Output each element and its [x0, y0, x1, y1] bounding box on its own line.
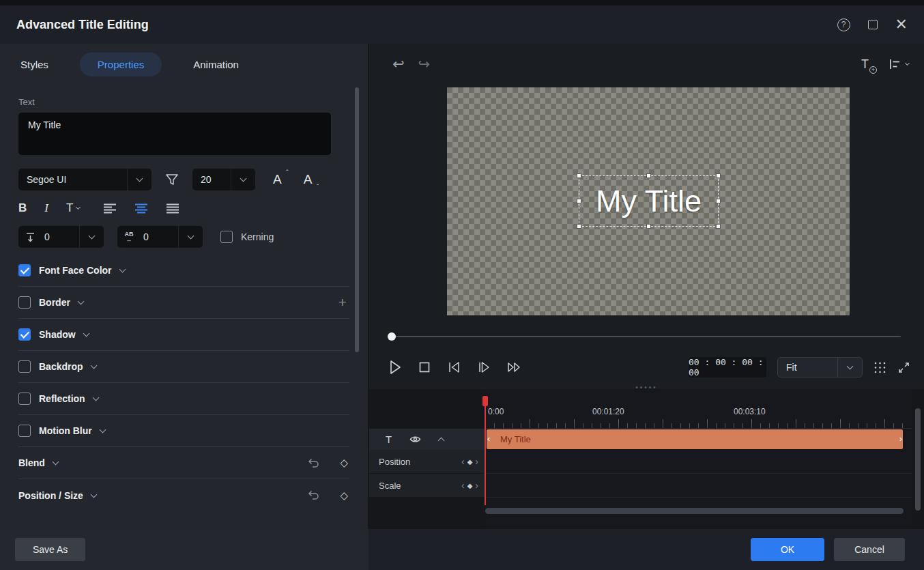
shadow-checkbox[interactable]: [18, 328, 31, 341]
line-spacing-dropdown-button[interactable]: [79, 226, 104, 248]
font-face-color-checkbox[interactable]: [18, 264, 31, 276]
next-keyframe-button[interactable]: ›: [475, 482, 478, 489]
align-left-button[interactable]: [103, 203, 117, 214]
titlebar-controls: ? ✕: [837, 18, 908, 31]
resize-handle[interactable]: [577, 199, 581, 203]
border-checkbox[interactable]: [18, 296, 31, 309]
ok-button[interactable]: OK: [751, 538, 824, 561]
font-family-select[interactable]: Segoe UI: [18, 169, 151, 190]
resize-handle[interactable]: [646, 173, 651, 178]
maximize-icon[interactable]: [868, 20, 878, 29]
tab-animation[interactable]: Animation: [193, 59, 239, 70]
track-text-icon[interactable]: T: [386, 433, 392, 445]
seek-track[interactable]: [388, 336, 901, 337]
add-keyframe-button[interactable]: ◆: [467, 482, 473, 489]
resize-handle[interactable]: [577, 224, 581, 229]
chevron-down-icon[interactable]: [92, 395, 99, 401]
keyframe-icon[interactable]: ◇: [340, 489, 348, 502]
italic-button[interactable]: I: [44, 201, 48, 215]
increase-font-size-button[interactable]: Aˆ: [273, 172, 287, 187]
line-spacing-input[interactable]: 0: [18, 226, 104, 248]
playhead[interactable]: [485, 396, 486, 505]
title-text-input[interactable]: My Title: [18, 113, 331, 155]
letter-spacing-input[interactable]: AB ↔ 0: [117, 226, 203, 248]
font-size-dropdown-button[interactable]: [231, 169, 255, 190]
property-row-reflection: Reflection: [18, 383, 349, 415]
chevron-down-icon: [89, 233, 96, 240]
position-keyframe-lane[interactable]: [485, 450, 912, 474]
keyframe-icon[interactable]: ◇: [340, 457, 348, 469]
tab-styles[interactable]: Styles: [20, 59, 48, 70]
text-style-button[interactable]: T: [66, 201, 80, 215]
resize-handle[interactable]: [716, 224, 721, 229]
align-center-button[interactable]: [134, 203, 148, 214]
chevron-down-icon[interactable]: [90, 362, 97, 369]
kerning-checkbox[interactable]: [220, 231, 233, 243]
collapse-icon[interactable]: [438, 437, 445, 444]
timeline-ruler[interactable]: 0:00 00:01:20 00:03:10: [485, 389, 912, 429]
h-scrollbar-thumb[interactable]: [485, 508, 904, 514]
help-icon[interactable]: ?: [837, 18, 850, 31]
previous-keyframe-button[interactable]: ‹: [461, 458, 465, 465]
close-icon[interactable]: ✕: [895, 20, 908, 29]
letter-spacing-dropdown-button[interactable]: [178, 226, 203, 248]
tab-properties[interactable]: Properties: [80, 53, 162, 76]
bold-button[interactable]: B: [18, 201, 27, 215]
timeline-h-scrollbar[interactable]: [485, 508, 906, 514]
reflection-checkbox[interactable]: [18, 393, 31, 405]
chevron-down-icon[interactable]: [119, 266, 126, 273]
motion-blur-checkbox[interactable]: [18, 425, 31, 437]
clip-trim-right-handle[interactable]: ›: [899, 434, 902, 443]
backdrop-checkbox[interactable]: [18, 360, 31, 373]
title-selection-box[interactable]: My Title: [579, 175, 719, 227]
next-keyframe-button[interactable]: ›: [475, 458, 478, 465]
preview-canvas[interactable]: My Title: [447, 87, 850, 315]
next-frame-button[interactable]: [477, 361, 491, 373]
add-border-button[interactable]: +: [338, 294, 347, 311]
resize-handle[interactable]: [716, 199, 721, 203]
resize-handle[interactable]: [716, 173, 721, 178]
resize-handle[interactable]: [577, 173, 581, 178]
stop-button[interactable]: [418, 361, 431, 373]
previous-keyframe-button[interactable]: ‹: [461, 482, 465, 489]
fullscreen-icon[interactable]: [897, 361, 910, 374]
undo-icon[interactable]: ↩: [392, 56, 405, 72]
letter-spacing-value: 0: [141, 231, 178, 242]
text-section-label: Text: [18, 97, 349, 107]
redo-icon[interactable]: ↪: [418, 56, 431, 72]
align-justify-button[interactable]: [166, 203, 179, 214]
left-panel-scrollbar[interactable]: [355, 87, 359, 352]
reset-icon[interactable]: [308, 458, 319, 468]
text-align-dropdown[interactable]: [889, 59, 909, 70]
clip-trim-left-handle[interactable]: ‹: [487, 434, 490, 443]
decrease-font-size-button[interactable]: Aˇ: [304, 172, 318, 187]
resize-handle[interactable]: [646, 224, 651, 229]
chevron-down-icon[interactable]: [52, 459, 59, 466]
chevron-down-icon[interactable]: [77, 298, 84, 305]
add-text-icon[interactable]: T+: [861, 57, 874, 72]
play-button[interactable]: [388, 360, 402, 375]
zoom-dropdown-button[interactable]: [837, 358, 862, 377]
filter-icon[interactable]: [165, 173, 179, 186]
visibility-icon[interactable]: [409, 435, 421, 444]
fast-forward-button[interactable]: [507, 362, 521, 373]
playhead-handle[interactable]: [482, 396, 488, 406]
preview-title-text[interactable]: My Title: [596, 184, 702, 219]
chevron-down-icon[interactable]: [83, 330, 89, 337]
chevron-down-icon[interactable]: [99, 427, 106, 433]
title-clip[interactable]: My Title ‹ ›: [487, 429, 903, 449]
zoom-select[interactable]: Fit: [777, 357, 863, 377]
grid-icon[interactable]: [874, 361, 886, 374]
font-size-select[interactable]: 20: [192, 169, 255, 190]
seek-slider[interactable]: [388, 332, 901, 341]
reset-icon[interactable]: [308, 490, 319, 500]
font-family-dropdown-button[interactable]: [127, 169, 151, 190]
seek-knob[interactable]: [388, 332, 396, 341]
cancel-button[interactable]: Cancel: [834, 538, 905, 561]
previous-frame-button[interactable]: [447, 361, 461, 373]
save-as-button[interactable]: Save As: [15, 538, 85, 561]
chevron-down-icon[interactable]: [90, 491, 97, 498]
timeline-v-scrollbar[interactable]: [915, 408, 921, 511]
add-keyframe-button[interactable]: ◆: [467, 458, 473, 466]
scale-keyframe-lane[interactable]: [485, 474, 912, 498]
